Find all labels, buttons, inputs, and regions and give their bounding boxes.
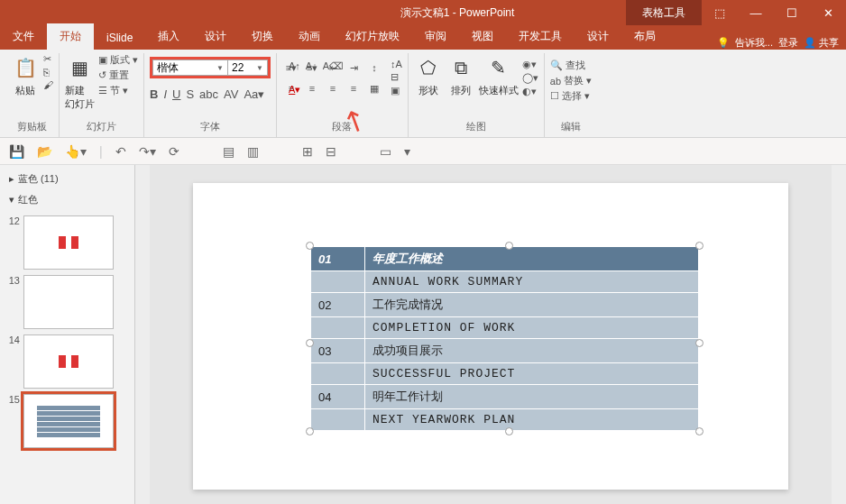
tab-home[interactable]: 开始 [47,23,94,50]
text-direction-button[interactable]: ↕A [391,59,402,69]
lightbulb-icon: 💡 [717,37,730,49]
slide-thumb-13[interactable]: 13 [4,275,131,329]
nav-scrollbar[interactable] [135,165,150,504]
slide-canvas[interactable]: 01年度工作概述 ANNUAL WORK SUMMARY 02工作完成情况 CO… [150,165,832,504]
copy-button[interactable]: ⎘ [43,67,53,78]
open-icon[interactable]: 📂 [37,144,52,159]
line-spacing-button[interactable]: ↕ [365,59,383,77]
indent-right-button[interactable]: ⇥ [345,59,363,77]
italic-button[interactable]: I [163,87,167,101]
tab-developer[interactable]: 开发工具 [506,23,575,50]
font-size-input[interactable]: 22▼ [228,60,268,76]
align-text-button[interactable]: ⊟ [391,71,402,83]
slide-thumb-15[interactable]: 15 [4,394,131,448]
underline-button[interactable]: U [172,87,180,101]
slide-thumb-12[interactable]: 12 [4,215,131,270]
section-red[interactable]: ▾ 红色 [2,189,133,210]
tab-table-design[interactable]: 设计 [575,23,621,50]
new-slide-icon: ▦ [66,53,95,82]
workspace: ▸ 蓝色 (11) ▾ 红色 12 13 14 15 [0,165,846,504]
qat-dropdown-icon[interactable]: ▾ [404,144,410,159]
slide-nav-pane[interactable]: ▸ 蓝色 (11) ▾ 红色 12 13 14 15 [0,165,135,504]
paste-button[interactable]: 📋 粘贴 [11,53,40,97]
grow-font-button[interactable]: A↑ [289,60,300,72]
section-button[interactable]: ☰ 节 ▾ [98,84,138,97]
font-color-button[interactable]: A▾ [289,84,300,96]
font-name-input[interactable]: 楷体▼ [152,60,228,76]
new-slide-button[interactable]: ▦ 新建 幻灯片 [65,53,95,111]
resize-handle[interactable] [306,242,314,250]
strikethrough-button[interactable]: S [186,87,194,101]
layout-button[interactable]: ▣ 版式 ▾ [98,53,138,67]
tab-file[interactable]: 文件 [0,23,47,50]
canvas-scrollbar[interactable] [832,165,846,504]
close-icon[interactable]: ✕ [810,6,846,20]
resize-handle[interactable] [695,339,703,347]
smartart-button[interactable]: ▣ [391,85,402,96]
shape-effects-button[interactable]: ◐▾ [522,86,538,97]
shape-fill-button[interactable]: ◉▾ [522,59,538,70]
bold-button[interactable]: B [150,87,158,101]
shadow-button[interactable]: abc [199,87,218,101]
share-button[interactable]: 👤 共享 [804,36,839,50]
resize-handle[interactable] [306,427,314,435]
qat-icon[interactable]: ⊟ [326,144,336,159]
tell-me[interactable]: 告诉我... [735,36,773,50]
columns-button[interactable]: ▦ [365,79,383,97]
tab-design[interactable]: 设计 [192,23,239,50]
change-case-button[interactable]: Aa▾ [244,87,264,101]
save-icon[interactable]: 💾 [9,144,24,159]
clear-format-button[interactable]: A⌫ [323,60,344,72]
align-center-button[interactable]: ≡ [303,79,321,97]
find-button[interactable]: 🔍 查找 [550,59,592,72]
quick-access-toolbar: 💾 📂 👆▾ | ↶ ↷▾ ⟳ ▤ ▥ ⊞ ⊟ ▭ ▾ [0,138,846,165]
replace-button[interactable]: ab 替换 ▾ [550,74,592,87]
tab-islide[interactable]: iSlide [94,26,145,50]
format-painter-button[interactable]: 🖌 [43,79,53,90]
repeat-icon[interactable]: ⟳ [169,144,179,159]
selected-table[interactable]: 01年度工作概述 ANNUAL WORK SUMMARY 02工作完成情况 CO… [310,246,699,431]
tab-review[interactable]: 审阅 [412,23,459,50]
minimize-icon[interactable]: — [738,6,774,20]
tab-animations[interactable]: 动画 [286,23,333,50]
undo-icon[interactable]: ↶ [115,144,126,159]
ribbon: 📋 粘贴 ✂ ⎘ 🖌 剪贴板 ▦ 新建 幻灯片 ▣ 版式 ▾ ↺ 重置 ☰ 节 … [0,50,846,138]
reset-button[interactable]: ↺ 重置 [98,69,138,82]
ribbon-display-icon[interactable]: ⬚ [702,6,738,20]
tab-transitions[interactable]: 切换 [239,23,286,50]
tab-view[interactable]: 视图 [459,23,506,50]
start-slideshow-icon[interactable]: ▤ [223,144,234,159]
touch-mode-icon[interactable]: 👆▾ [65,144,87,159]
shape-outline-button[interactable]: ◯▾ [522,72,538,84]
shapes-icon: ⬠ [414,53,443,82]
cut-button[interactable]: ✂ [43,53,53,65]
qat-icon[interactable]: ▭ [380,144,391,159]
quick-styles-button[interactable]: ✎快速样式 [479,53,519,97]
content-table[interactable]: 01年度工作概述 ANNUAL WORK SUMMARY 02工作完成情况 CO… [310,246,699,431]
maximize-icon[interactable]: ☐ [774,6,810,20]
qat-icon[interactable]: ▥ [247,144,259,159]
resize-handle[interactable] [695,242,703,250]
resize-handle[interactable] [695,427,703,435]
group-font: 楷体▼ 22▼ B I U S abc AV Aa▾ A↑ A↓ A⌫ A▾ [144,53,277,137]
qat-icon[interactable]: ⊞ [302,144,313,159]
tab-slideshow[interactable]: 幻灯片放映 [333,23,412,50]
section-blue[interactable]: ▸ 蓝色 (11) [2,169,133,189]
chevron-down-icon: ▼ [256,64,263,72]
arrange-button[interactable]: ⧉排列 [446,53,475,97]
shapes-button[interactable]: ⬠形状 [414,53,443,97]
select-button[interactable]: ☐ 选择 ▾ [550,89,592,103]
redo-icon[interactable]: ↷▾ [139,144,156,159]
login-link[interactable]: 登录 [778,36,798,50]
shrink-font-button[interactable]: A↓ [306,60,317,72]
char-spacing-button[interactable]: AV [224,87,238,101]
resize-handle[interactable] [505,427,513,435]
justify-button[interactable]: ≡ [345,79,363,97]
resize-handle[interactable] [505,242,513,250]
slide-thumb-14[interactable]: 14 [4,334,131,389]
font-selector-highlight: 楷体▼ 22▼ [150,57,271,78]
align-right-button[interactable]: ≡ [324,79,342,97]
tab-table-layout[interactable]: 布局 [621,23,668,50]
resize-handle[interactable] [306,339,314,347]
tab-insert[interactable]: 插入 [145,23,192,50]
